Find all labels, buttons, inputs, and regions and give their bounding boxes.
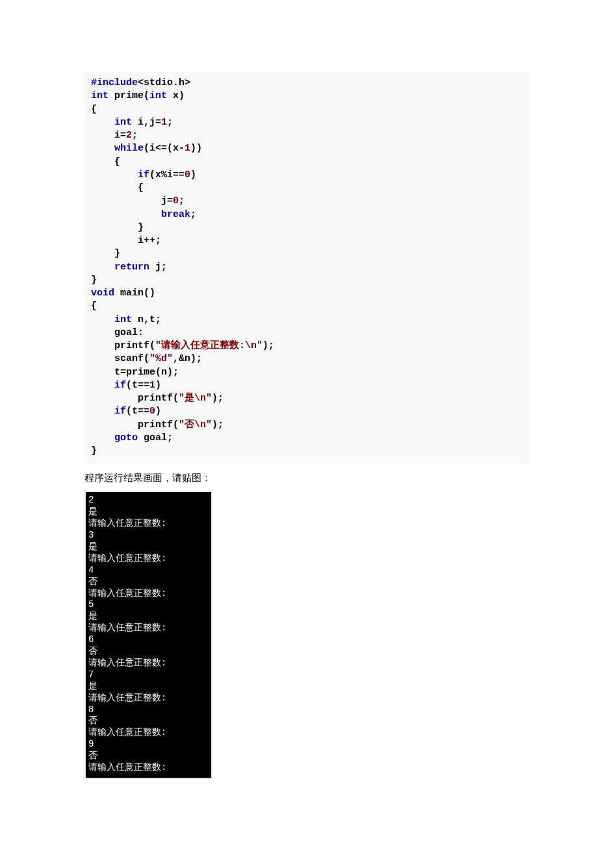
code-token: [91, 432, 114, 443]
code-token: if: [138, 169, 149, 180]
code-token: {: [91, 182, 144, 193]
code-token: n,t;: [132, 314, 161, 325]
code-token: <stdio.h>: [138, 77, 190, 88]
code-token: if: [114, 380, 126, 391]
code-token: void: [91, 288, 114, 299]
code-token: printf(: [91, 340, 155, 351]
code-token: if: [114, 406, 126, 417]
code-token: [91, 262, 114, 273]
code-token: [91, 169, 138, 180]
code-token: ;: [167, 117, 173, 128]
code-token: ): [155, 406, 161, 417]
code-token: int: [91, 90, 109, 101]
code-token: ;: [190, 209, 196, 220]
code-token: i=: [91, 130, 126, 141]
code-token: [91, 209, 161, 220]
code-token: "否\n": [179, 419, 212, 430]
code-token: goal:: [91, 327, 144, 338]
code-token: goal;: [138, 432, 173, 443]
code-token: "%d": [149, 353, 173, 364]
code-token: #include: [91, 77, 138, 88]
code-token: i++;: [91, 235, 161, 246]
code-token: 0: [173, 195, 179, 206]
code-token: j;: [149, 262, 167, 273]
code-token: }: [91, 222, 144, 233]
code-token: 2: [126, 130, 132, 141]
code-token: 1: [149, 380, 155, 391]
code-token: {: [91, 104, 97, 115]
code-token: prime(: [109, 90, 149, 101]
code-token: 0: [149, 406, 155, 417]
page: #include<stdio.h> int prime(int x) { int…: [0, 0, 614, 818]
code-token: i,j=: [132, 117, 161, 128]
code-token: 0: [185, 169, 190, 180]
code-token: }: [91, 275, 97, 286]
code-token: while: [114, 143, 144, 154]
code-token: (t==: [126, 380, 149, 391]
code-token: )): [190, 143, 202, 154]
code-token: ): [155, 380, 161, 391]
code-token: 1: [161, 117, 167, 128]
code-token: ): [190, 169, 196, 180]
code-token: goto: [114, 432, 138, 443]
code-token: "请输入任意正整数:\n": [155, 340, 262, 351]
code-token: [91, 406, 114, 417]
code-token: int: [114, 117, 132, 128]
code-token: );: [212, 419, 224, 430]
code-token: }: [91, 248, 120, 259]
source-code-block: #include<stdio.h> int prime(int x) { int…: [84, 71, 530, 463]
code-token: {: [91, 156, 120, 167]
code-token: }: [91, 445, 97, 456]
console-output: 2 是 请输入任意正整数: 3 是 请输入任意正整数: 4 否 请输入任意正整数…: [84, 491, 212, 779]
result-caption: 程序运行结果画面，请贴图：: [84, 472, 530, 484]
code-token: return: [114, 262, 149, 273]
code-token: {: [91, 301, 97, 312]
code-token: ;: [179, 195, 185, 206]
code-token: 1: [185, 143, 190, 154]
code-token: (t==: [126, 406, 149, 417]
code-token: scanf(: [91, 353, 149, 364]
code-token: break: [161, 209, 190, 220]
code-token: main(): [114, 288, 155, 299]
code-token: [91, 380, 114, 391]
code-token: [91, 314, 114, 325]
code-token: int: [149, 90, 167, 101]
code-token: j=: [91, 195, 173, 206]
code-token: ;: [132, 130, 138, 141]
code-token: printf(: [91, 393, 179, 404]
code-token: printf(: [91, 419, 179, 430]
code-token: [91, 117, 114, 128]
code-token: );: [212, 393, 224, 404]
code-token: "是\n": [179, 393, 212, 404]
code-token: int: [114, 314, 132, 325]
code-token: );: [262, 340, 274, 351]
code-token: t=prime(n);: [91, 367, 179, 378]
code-token: (i<=(x-: [144, 143, 185, 154]
code-token: ,&n);: [173, 353, 202, 364]
code-token: [91, 143, 114, 154]
code-token: x): [167, 90, 185, 101]
code-token: (x%i==: [149, 169, 185, 180]
